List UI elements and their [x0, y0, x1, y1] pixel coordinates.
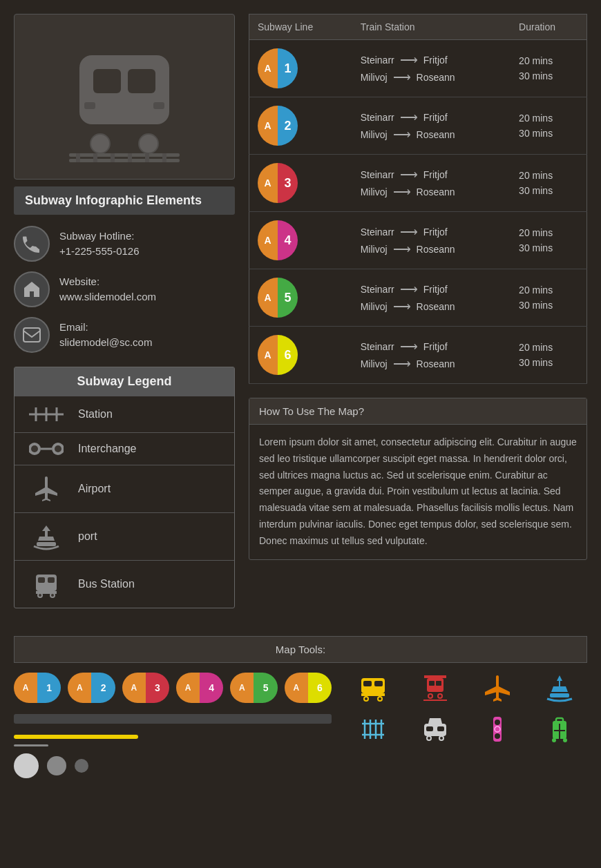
svg-rect-38: [374, 681, 383, 686]
email-value: slidemodel@sc.com: [59, 335, 152, 351]
svg-rect-12: [128, 153, 132, 162]
from-station: Milivoj: [361, 358, 388, 369]
duration-value: 20 mins: [519, 284, 578, 296]
badge-cell: A6: [249, 327, 352, 384]
ship-tool-icon: [532, 673, 587, 703]
mini-badge: A5: [230, 673, 277, 703]
table-row: A1Steinarr⟶FritjofMilivoj⟶Roseann20 mins…: [249, 40, 587, 97]
hotline-value: +1-225-555-0126: [59, 244, 140, 260]
duration-value: 20 mins: [519, 227, 578, 238]
luggage-tool-icon: [532, 714, 587, 744]
table-row: A4Steinarr⟶FritjofMilivoj⟶Roseann20 mins…: [249, 212, 587, 269]
legend-port: port: [15, 512, 234, 560]
duration-value: 20 mins: [519, 342, 578, 353]
svg-point-68: [495, 720, 500, 725]
svg-rect-11: [111, 153, 115, 162]
col-train-station: Train Station: [352, 15, 511, 40]
rail-tool-icon: [345, 714, 401, 744]
svg-point-6: [139, 134, 158, 153]
traffic-tool-icon: [470, 714, 525, 744]
svg-point-65: [428, 737, 430, 740]
svg-point-5: [90, 134, 110, 153]
arrow: ⟶: [393, 299, 411, 314]
contact-section: Subway Hotline: +1-225-555-0126 Website:…: [14, 226, 235, 353]
how-to-title: How To Use The Map?: [249, 398, 586, 425]
home-icon: [14, 271, 50, 307]
svg-rect-46: [436, 681, 441, 686]
from-station: Milivoj: [361, 301, 388, 312]
svg-rect-2: [128, 69, 155, 93]
mini-badge: A4: [176, 673, 223, 703]
thin-line: [14, 744, 48, 746]
lines-area: [14, 735, 332, 746]
tram-tool-icon: [408, 673, 463, 703]
badge-cell: A2: [249, 97, 352, 155]
how-to-box: How To Use The Map? Lorem ipsum dolor si…: [249, 398, 587, 560]
duration-cell: 20 mins30 mins: [511, 155, 586, 212]
badge-cell: A5: [249, 269, 352, 327]
duration-value: 30 mins: [519, 70, 578, 81]
arrow: ⟶: [400, 110, 418, 125]
svg-point-26: [55, 445, 61, 452]
icons-grid: [345, 673, 587, 744]
from-station: Steinarr: [361, 226, 394, 238]
badge-cell: A3: [249, 155, 352, 212]
from-station: Milivoj: [361, 129, 388, 140]
duration-value: 30 mins: [519, 185, 578, 196]
duration-value: 20 mins: [519, 170, 578, 181]
to-station: Roseann: [417, 301, 455, 312]
to-station: Roseann: [417, 129, 455, 140]
svg-point-66: [440, 737, 443, 740]
duration-value: 20 mins: [519, 55, 578, 66]
from-station: Milivoj: [361, 186, 388, 197]
from-station: Milivoj: [361, 244, 388, 255]
table-row: A2Steinarr⟶FritjofMilivoj⟶Roseann20 mins…: [249, 97, 587, 155]
circle-small: [75, 759, 88, 773]
from-station: Steinarr: [361, 169, 394, 180]
station-cell: Steinarr⟶FritjofMilivoj⟶Roseann: [352, 269, 511, 327]
email-label: Email:: [59, 320, 152, 336]
table-row: A3Steinarr⟶FritjofMilivoj⟶Roseann20 mins…: [249, 155, 587, 212]
arrow: ⟶: [393, 242, 411, 257]
port-label: port: [78, 530, 97, 543]
svg-point-34: [39, 594, 41, 597]
svg-rect-53: [550, 693, 569, 697]
from-station: Milivoj: [361, 72, 388, 83]
duration-value: 30 mins: [519, 128, 578, 139]
arrow: ⟶: [393, 70, 411, 85]
svg-point-76: [563, 738, 567, 742]
airplane-tool-icon: [470, 673, 525, 703]
mini-badge: A2: [68, 673, 115, 703]
arrow: ⟶: [400, 52, 418, 68]
svg-rect-61: [426, 726, 433, 731]
mini-badge: A6: [285, 673, 332, 703]
map-tools-header: Map Tools:: [14, 636, 587, 663]
station-icon: [26, 405, 67, 424]
to-station: Roseann: [417, 244, 455, 255]
from-station: Steinarr: [361, 55, 394, 66]
duration-value: 30 mins: [519, 300, 578, 311]
legend-station: Station: [15, 396, 234, 432]
duration-value: 30 mins: [519, 357, 578, 368]
subway-table: Subway Line Train Station Duration A1Ste…: [249, 14, 587, 384]
port-icon: [26, 521, 67, 552]
arrow: ⟶: [393, 127, 411, 142]
svg-rect-45: [429, 681, 435, 686]
to-station: Fritjof: [423, 169, 448, 180]
svg-point-75: [552, 738, 556, 742]
svg-rect-72: [556, 718, 563, 722]
arrow: ⟶: [400, 339, 418, 354]
svg-rect-62: [437, 726, 444, 731]
legend-interchange: Interchange: [15, 432, 234, 465]
from-station: Steinarr: [361, 341, 394, 352]
svg-rect-10: [93, 153, 97, 162]
svg-rect-39: [361, 693, 385, 696]
svg-rect-9: [76, 153, 80, 162]
mini-badges: A1A2A3A4A5A6: [14, 673, 332, 703]
to-station: Roseann: [417, 72, 455, 83]
svg-point-69: [495, 726, 500, 732]
email-icon: [14, 317, 50, 353]
badge-cell: A4: [249, 212, 352, 269]
website-label: Website:: [59, 274, 156, 290]
phone-icon: [14, 226, 50, 262]
